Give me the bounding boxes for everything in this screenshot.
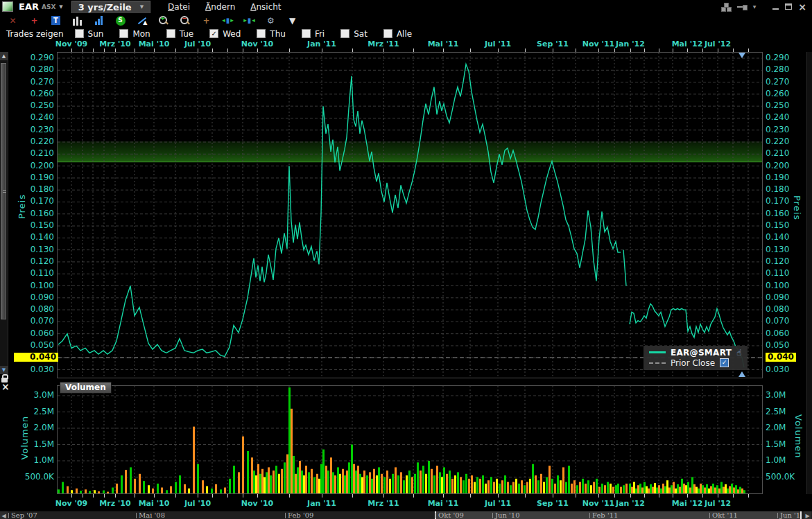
zoom-out-icon[interactable]: −: [178, 15, 191, 26]
collapse-horizontal-icon[interactable]: ▸▮◂: [243, 15, 256, 26]
month-tick: [748, 49, 749, 52]
date-label: Jan '12: [616, 499, 645, 508]
price-tick-label: 0.260: [766, 89, 789, 98]
expand-horizontal-icon[interactable]: ◂▮▸: [221, 15, 234, 26]
scroll-up-button[interactable]: ▲: [0, 52, 8, 60]
vertical-scrollbar-thumb[interactable]: [1, 63, 6, 319]
scroll-right-button[interactable]: ▶: [804, 511, 811, 519]
pin-icon[interactable]: [737, 3, 747, 10]
month-tick: [553, 494, 553, 498]
price-tick-label: 0.080: [766, 305, 789, 314]
month-tick: [322, 494, 322, 498]
price-tick-label: 0.190: [14, 173, 54, 182]
trades-filter-row: Trades zeigen SunMonTue✓WedThuFriSatAlle: [0, 28, 428, 39]
date-label: Mai '12: [672, 499, 703, 508]
price-tick-label: 0.070: [766, 317, 789, 326]
chart-application-window: EAR ASX ▼ 3 yrs/Zeile ▼ Datei Ändern Ans…: [0, 0, 812, 519]
day-checkbox-alle[interactable]: [383, 29, 392, 38]
horizontal-scrollbar[interactable]: ◀ ▶ Sep '07Mai '08Feb '09Okt '09Jun '10F…: [0, 511, 812, 519]
date-label: Nov '10: [241, 39, 273, 49]
price-tick-label: 0.280: [14, 65, 54, 74]
group-icon[interactable]: [721, 3, 731, 11]
close-panel-icon[interactable]: ×: [1, 382, 10, 392]
volume-chart[interactable]: [57, 385, 763, 494]
price-tick-label: 0.240: [14, 113, 54, 122]
price-tick-label: 0.220: [14, 137, 54, 146]
scrollbar-date-label: Mai '08: [139, 511, 165, 519]
month-tick: [154, 494, 155, 498]
month-tick: [413, 494, 414, 498]
date-label: Nov '11: [582, 39, 614, 49]
bar-chart-icon[interactable]: [92, 15, 105, 26]
trend-line-icon[interactable]: ▲: [135, 15, 148, 26]
month-tick: [154, 49, 155, 52]
volume-tick-label: 2.5M: [14, 407, 54, 416]
scroll-left-button[interactable]: ◀: [0, 511, 8, 519]
right-scrollbar-track[interactable]: [806, 52, 812, 494]
dashed-crosshair-icon[interactable]: +: [200, 15, 213, 26]
text-tool-icon[interactable]: T: [49, 15, 62, 26]
legend[interactable]: EAR@SMART ☝ Prior Close ✓: [643, 346, 748, 370]
horizontal-scrollbar-thumb[interactable]: [435, 511, 802, 519]
maximize-button[interactable]: [785, 3, 792, 10]
scroll-down-button[interactable]: ▼: [0, 366, 8, 374]
price-chart[interactable]: [57, 52, 763, 378]
month-tick: [135, 494, 135, 498]
day-checkbox-sun[interactable]: [75, 29, 84, 38]
price-tick-label: 0.170: [766, 197, 789, 206]
price-tick-label: 0.260: [14, 89, 54, 98]
day-checkbox-sat[interactable]: [340, 29, 349, 38]
smart-badge-icon[interactable]: S: [114, 15, 127, 26]
month-tick: [257, 494, 258, 498]
day-checkbox-thu[interactable]: [257, 29, 266, 38]
symbol-dropdown-caret-icon[interactable]: ▼: [59, 4, 62, 10]
date-label: Mai '10: [139, 499, 170, 508]
price-tick-label: 0.210: [14, 149, 54, 158]
scrollbar-date-tick: [285, 513, 286, 518]
last-bar-marker-bottom-icon[interactable]: [738, 371, 745, 377]
more-dropdown-icon[interactable]: ▼: [286, 15, 299, 26]
price-tick-label: 0.180: [14, 185, 54, 194]
day-checkbox-fri[interactable]: [302, 29, 311, 38]
menu-datei[interactable]: Datei: [168, 2, 190, 12]
month-tick: [115, 49, 116, 52]
month-tick: [525, 494, 526, 498]
period-selector[interactable]: 3 yrs/Zeile ▼: [71, 1, 150, 13]
zoom-in-icon[interactable]: +: [157, 15, 170, 26]
day-checkbox-tue[interactable]: [166, 29, 175, 38]
delete-icon[interactable]: ✕: [6, 15, 19, 26]
scrollbar-date-label: Jun '10: [495, 511, 520, 519]
close-button[interactable]: ×: [798, 3, 806, 11]
date-label: Jul '11: [485, 39, 511, 49]
crosshair-icon[interactable]: +: [28, 15, 41, 26]
month-tick: [598, 494, 599, 498]
day-checkbox-wed[interactable]: ✓: [209, 29, 218, 38]
last-bar-marker-top-icon[interactable]: [738, 53, 745, 58]
price-tick-label: 0.110: [766, 269, 789, 278]
price-tick-label: 0.180: [766, 185, 789, 194]
price-tick-label: 0.290: [766, 53, 789, 62]
price-tick-label: 0.060: [766, 329, 789, 338]
month-tick: [687, 494, 688, 498]
prior-close-checkbox[interactable]: ✓: [720, 358, 729, 367]
pin-dropdown-caret-icon[interactable]: ▼: [753, 4, 757, 9]
symbol-label[interactable]: EAR: [19, 1, 39, 12]
hand-icon[interactable]: ☝: [736, 348, 741, 358]
menu-aendern[interactable]: Ändern: [205, 2, 235, 12]
month-tick: [93, 494, 94, 498]
day-checkbox-mon[interactable]: [119, 29, 128, 38]
month-tick: [352, 49, 353, 52]
settings-wrench-icon[interactable]: ⚙: [264, 15, 277, 26]
menu-ansicht[interactable]: Ansicht: [250, 2, 281, 12]
scrollbar-date-label: Okt '11: [712, 511, 738, 519]
month-tick: [83, 49, 83, 52]
day-filter-alle: Alle: [383, 29, 412, 39]
menubar: Datei Ändern Ansicht: [160, 2, 289, 12]
window-controls: ▼ ×: [721, 3, 812, 11]
minimize-button[interactable]: [772, 8, 779, 10]
candlestick-chart-icon[interactable]: [71, 15, 84, 26]
month-tick: [413, 49, 414, 52]
vertical-scrollbar[interactable]: ▲ ▼: [0, 52, 8, 374]
month-tick: [630, 49, 631, 52]
date-label: Nov '11: [582, 499, 614, 508]
